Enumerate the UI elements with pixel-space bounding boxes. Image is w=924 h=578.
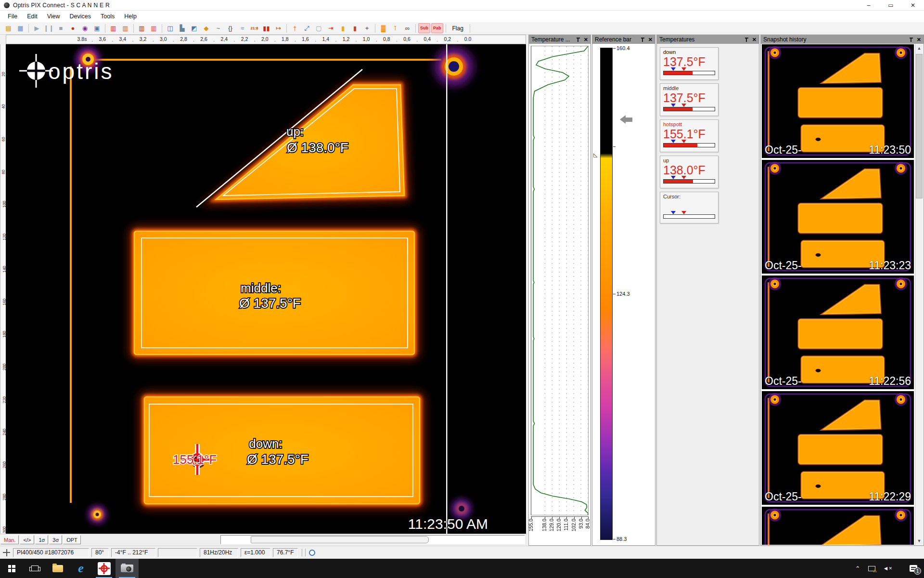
profile-line[interactable]	[446, 44, 448, 534]
close-icon[interactable]: ✕	[917, 37, 921, 43]
temperature-card-up[interactable]: up138.0°F	[660, 156, 719, 188]
close-button[interactable]: ✕	[902, 0, 924, 10]
snapshot-thumbnail[interactable]: Oct-25-11:23:50	[762, 44, 914, 158]
position-ruler-label: 20	[1, 72, 6, 76]
file-explorer-button[interactable]	[46, 559, 69, 578]
position-ruler-label: 80	[1, 170, 6, 174]
position-ruler-label: 60	[1, 137, 6, 141]
stop-icon[interactable]: ■	[55, 23, 66, 33]
pab-badge-icon[interactable]: Pab	[431, 23, 443, 33]
camera-app-button[interactable]	[116, 559, 139, 578]
tray-expand-icon[interactable]: ⌃	[855, 565, 860, 572]
temperature-card-hotspott[interactable]: hotspott155.1°F	[660, 119, 719, 152]
temperature-card-down[interactable]: down137.5°F	[660, 47, 719, 80]
display-layout-3-icon[interactable]: ▥	[136, 23, 147, 33]
snapshot-history-header: Snapshot history ✕	[761, 35, 924, 44]
play-icon[interactable]: ▶	[31, 23, 42, 33]
card-value: 137.5°F	[663, 91, 715, 105]
menu-devices[interactable]: Devices	[65, 12, 96, 21]
level-arrow-icon[interactable]	[616, 115, 626, 124]
link-cameras-icon[interactable]: ∞	[402, 23, 413, 33]
lamp-icon[interactable]	[309, 550, 315, 556]
mode-button-opt[interactable]: OPT	[63, 535, 81, 544]
temp-scale-icon[interactable]: ⊺	[390, 23, 401, 33]
time-ruler-label: 1,2	[343, 36, 350, 42]
mode-button-man[interactable]: Man.	[0, 535, 19, 544]
thermal-image[interactable]: optris up: Ø 138.0°F middle: Ø 137.5°F d…	[6, 44, 526, 534]
bar-graph-icon[interactable]: ▮▮	[261, 23, 272, 33]
menu-edit[interactable]: Edit	[22, 12, 42, 21]
mode-button-3[interactable]: 3σ	[49, 535, 62, 544]
save-icon[interactable]: ▦	[15, 23, 26, 33]
copy-icon[interactable]: ▣	[91, 23, 103, 33]
maximize-button[interactable]: ▭	[880, 0, 902, 10]
pin-icon[interactable]	[909, 38, 913, 42]
range-marker-icon[interactable]: ◺	[593, 152, 597, 158]
start-button[interactable]	[0, 559, 23, 578]
snapshot-thumbnail[interactable]: Oct-25-11:22:29	[762, 391, 914, 505]
action-center-icon[interactable]: 1	[910, 565, 917, 572]
display-layout-4-icon[interactable]: ▥	[148, 23, 159, 33]
snapshot-settings-icon[interactable]: +	[361, 23, 372, 33]
sub-badge-icon[interactable]: Sub	[418, 23, 430, 33]
scrollbar-thumb[interactable]	[916, 54, 923, 198]
pause-icon[interactable]: ❙❙	[43, 23, 54, 33]
position-ruler: 2040608010012014016018020022024026028030…	[0, 44, 6, 534]
volume-muted-icon[interactable]: ◄✕	[883, 565, 892, 572]
digital-display-icon[interactable]: 21:8	[249, 23, 260, 33]
pane-icon[interactable]: ▢	[313, 23, 324, 33]
temperature-card-middle[interactable]: middle137.5°F	[660, 83, 719, 116]
record-icon[interactable]: ●	[67, 23, 78, 33]
close-icon[interactable]: ✕	[584, 37, 588, 43]
minimize-button[interactable]: –	[858, 0, 880, 10]
trend-icon[interactable]: ≈	[237, 23, 248, 33]
menu-tools[interactable]: Tools	[96, 12, 119, 21]
snapshot-date: Oct-25-	[765, 375, 802, 388]
up-area-value: Ø 138.0°F	[287, 140, 348, 155]
scroll-down-icon[interactable]: ▼	[915, 537, 923, 545]
measure-area-icon[interactable]: †	[289, 23, 300, 33]
histogram-icon[interactable]: ▙	[177, 23, 188, 33]
pin-icon[interactable]	[744, 38, 749, 42]
braces-icon[interactable]: {}	[225, 23, 236, 33]
color-palette-icon[interactable]: ◆	[201, 23, 212, 33]
task-view-button[interactable]	[23, 559, 46, 578]
flag-label[interactable]: Flag	[452, 25, 463, 32]
mode-button-[interactable]: </>	[20, 535, 34, 544]
fullscreen-icon[interactable]: ⤢	[301, 23, 312, 33]
card-label: down	[663, 49, 715, 55]
pin-icon[interactable]	[641, 38, 645, 42]
close-icon[interactable]: ✕	[752, 37, 757, 43]
display-layout-2-icon[interactable]: ▥	[120, 23, 131, 33]
snapshot-thumbnail[interactable]: Oct-25-11:22:56	[762, 276, 914, 389]
optris-app-button[interactable]	[92, 559, 116, 578]
palette-bar-1-icon[interactable]: ▮	[337, 23, 348, 33]
diagram-icon[interactable]: ◩	[189, 23, 200, 33]
snapshot-list: Oct-25-11:23:50 Oct-25-11:23:23	[761, 44, 915, 545]
hot-area-icon[interactable]: ▓	[378, 23, 389, 33]
new-view-icon[interactable]: ◫	[165, 23, 176, 33]
horizontal-scrollbar[interactable]	[220, 535, 525, 544]
scroll-up-icon[interactable]: ▲	[915, 44, 923, 52]
snapshot-thumbnail[interactable]: Oct-25-11:23:23	[762, 160, 914, 274]
profile-curve-icon[interactable]: ~	[213, 23, 224, 33]
menu-view[interactable]: View	[42, 12, 65, 21]
palette-bar-2-icon[interactable]: ▮	[349, 23, 360, 33]
snapshot-icon[interactable]: ◉	[79, 23, 90, 33]
network-warning-icon[interactable]: ⚠	[868, 566, 875, 571]
internet-explorer-button[interactable]: e	[69, 559, 92, 578]
open-icon[interactable]: ▤	[3, 23, 14, 33]
palette-gradient-bar[interactable]	[600, 48, 613, 540]
scrollbar-thumb[interactable]	[251, 536, 429, 543]
close-icon[interactable]: ✕	[648, 37, 653, 43]
menu-file[interactable]: File	[3, 12, 22, 21]
arrow-jump-icon[interactable]: ↦	[273, 23, 284, 33]
temperature-card-cursor[interactable]: Cursor:	[660, 192, 719, 223]
menu-help[interactable]: Help	[119, 12, 141, 21]
snapshot-scrollbar[interactable]: ▲ ▼	[915, 44, 923, 545]
display-layout-1-icon[interactable]: ▥	[108, 23, 119, 33]
snapshot-thumbnail[interactable]	[762, 507, 914, 545]
palette-arrow-icon[interactable]: ⇥	[325, 23, 336, 33]
pin-icon[interactable]	[576, 38, 580, 42]
mode-button-1[interactable]: 1σ	[35, 535, 48, 544]
